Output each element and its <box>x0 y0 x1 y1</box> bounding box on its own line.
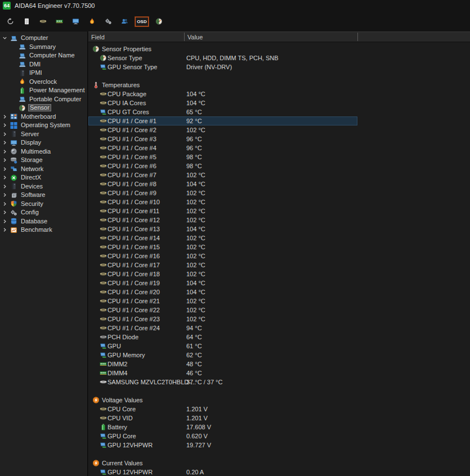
table-row-gpu-memory[interactable]: GPU Memory62 °C <box>88 351 357 360</box>
sidebar-item-motherboard[interactable]: Motherboard <box>0 113 87 122</box>
flame-button[interactable] <box>86 15 99 28</box>
table-row-cpu-1-core-9[interactable]: CPU #1 / Core #9102 °C <box>88 188 357 197</box>
table-row-cpu-1-core-13[interactable]: CPU #1 / Core #13104 °C <box>88 224 357 233</box>
table-row-dimm2[interactable]: DIMM248 °C <box>88 360 357 369</box>
table-row-cpu-1-core-19[interactable]: CPU #1 / Core #19104 °C <box>88 279 357 288</box>
sidebar-item-server[interactable]: Server <box>0 130 87 139</box>
table-row-dimm4[interactable]: DIMM446 °C <box>88 369 357 378</box>
chevron-right-icon[interactable] <box>2 157 8 163</box>
sidebar-item-config[interactable]: Config <box>0 208 87 217</box>
table-row-cpu-1-core-2[interactable]: CPU #1 / Core #2102 °C <box>88 125 357 134</box>
table-row-gpu-core[interactable]: GPU Core0.620 V <box>88 432 357 441</box>
table-row-cpu-1-core-14[interactable]: CPU #1 / Core #14102 °C <box>88 233 357 243</box>
chevron-right-icon[interactable] <box>2 218 8 224</box>
table-row-cpu-1-core-20[interactable]: CPU #1 / Core #20104 °C <box>88 288 357 297</box>
table-row-cpu-1-core-4[interactable]: CPU #1 / Core #496 °C <box>88 143 357 152</box>
table-row-gpu[interactable]: GPU61 °C <box>88 342 357 351</box>
column-header-field[interactable]: Field <box>88 32 184 42</box>
sidebar-item-power-management[interactable]: Power Management <box>0 86 87 95</box>
table-row-cpu-1-core-6[interactable]: CPU #1 / Core #698 °C <box>88 161 357 170</box>
section-header-voltage-values[interactable]: Voltage Values <box>88 396 357 405</box>
sidebar-item-benchmark[interactable]: Benchmark <box>0 226 87 235</box>
chevron-right-icon[interactable] <box>2 201 8 207</box>
table-row-cpu-1-core-10[interactable]: CPU #1 / Core #10102 °C <box>88 197 357 206</box>
sidebar-item-software[interactable]: Software <box>0 191 87 200</box>
gpu-monitor-button[interactable] <box>69 15 82 28</box>
table-row-cpu-1-core-15[interactable]: CPU #1 / Core #15102 °C <box>88 243 357 252</box>
sidebar-item-display[interactable]: Display <box>0 138 87 147</box>
table-row-cpu-1-core-24[interactable]: CPU #1 / Core #2494 °C <box>88 324 357 333</box>
sidebar-item-network[interactable]: Network <box>0 165 87 174</box>
table-row-gpu-12vhpwr[interactable]: GPU 12VHPWR19.727 V <box>88 441 357 450</box>
table-row-gpu-sensor-type[interactable]: GPU Sensor TypeDriver (NV-DRV) <box>88 62 357 71</box>
chevron-right-icon[interactable] <box>2 149 8 155</box>
chevron-right-icon[interactable] <box>2 140 8 146</box>
sidebar-item-summary[interactable]: Summary <box>0 43 87 52</box>
table-row-cpu-1-core-16[interactable]: CPU #1 / Core #16102 °C <box>88 252 357 261</box>
chevron-right-icon[interactable] <box>2 122 8 128</box>
osd-button[interactable]: OSD <box>135 15 149 28</box>
users-button[interactable] <box>118 15 131 28</box>
chevron-right-icon[interactable] <box>2 131 8 137</box>
report-document-button[interactable] <box>20 15 33 28</box>
sidebar-item-label: Sensor <box>28 104 51 111</box>
table-row-cpu-ia-cores[interactable]: CPU IA Cores104 °C <box>88 98 357 107</box>
table-row-cpu-1-core-3[interactable]: CPU #1 / Core #396 °C <box>88 134 357 143</box>
sidebar-item-ipmi[interactable]: IPMI <box>0 69 87 78</box>
section-header-current-values[interactable]: Current Values <box>88 459 357 468</box>
section-header-sensor-properties[interactable]: Sensor Properties <box>88 44 357 53</box>
sidebar-item-label: DirectX <box>20 174 42 181</box>
table-row-cpu-package[interactable]: CPU Package104 °C <box>88 89 357 98</box>
chevron-right-icon[interactable] <box>2 183 8 190</box>
sidebar-item-sensor[interactable]: Sensor <box>0 104 87 113</box>
sidebar-item-portable-computer[interactable]: Portable Computer <box>0 95 87 104</box>
table-row-cpu-1-core-7[interactable]: CPU #1 / Core #7102 °C <box>88 170 357 179</box>
table-row-cpu-core[interactable]: CPU Core1.201 V <box>88 405 357 414</box>
cpu-chip-button[interactable] <box>37 15 50 28</box>
table-row-samsung-mzvlc2t0hbld[interactable]: SAMSUNG MZVLC2T0HBLD-...37 °C / 37 °C <box>88 378 357 387</box>
chevron-right-icon[interactable] <box>2 227 8 233</box>
chevron-right-icon[interactable] <box>2 166 8 172</box>
sidebar-item-computer[interactable]: Computer <box>0 34 87 43</box>
chevron-right-icon[interactable] <box>2 114 8 120</box>
gear-settings-button[interactable] <box>102 15 115 28</box>
refresh-button[interactable] <box>4 15 17 28</box>
sidebar-item-dmi[interactable]: DMI <box>0 60 87 69</box>
section-header-temperatures[interactable]: Temperatures <box>88 80 357 89</box>
gauge-button[interactable] <box>153 15 165 28</box>
sidebar-item-security[interactable]: Security <box>0 200 87 209</box>
sidebar-item-overclock[interactable]: Overclock <box>0 78 87 87</box>
table-row-cpu-1-core-1[interactable]: CPU #1 / Core #192 °C <box>88 116 357 125</box>
chevron-right-icon[interactable] <box>2 192 8 198</box>
table-row-cpu-1-core-17[interactable]: CPU #1 / Core #17102 °C <box>88 261 357 270</box>
table-row-cpu-1-core-21[interactable]: CPU #1 / Core #21102 °C <box>88 297 357 306</box>
field-label: CPU #1 / Core #8 <box>108 181 156 187</box>
chevron-right-icon[interactable] <box>2 174 8 181</box>
table-row-battery[interactable]: Battery17.608 V <box>88 423 357 432</box>
memory-module-button[interactable] <box>53 15 66 28</box>
table-row-cpu-1-core-18[interactable]: CPU #1 / Core #18102 °C <box>88 270 357 279</box>
sidebar-item-computer-name[interactable]: Computer Name <box>0 51 87 60</box>
sidebar-item-operating-system[interactable]: Operating System <box>0 121 87 130</box>
table-row-cpu-1-core-22[interactable]: CPU #1 / Core #22102 °C <box>88 306 357 315</box>
table-row-pch-diode[interactable]: PCH Diode64 °C <box>88 333 357 342</box>
sidebar-item-devices[interactable]: Devices <box>0 182 87 191</box>
column-header-value[interactable]: Value <box>185 32 357 42</box>
sidebar-item-multimedia[interactable]: Multimedia <box>0 147 87 156</box>
tree-indent <box>10 79 16 85</box>
table-row-gpu-12vhpwr[interactable]: GPU 12VHPWR0.20 A <box>88 468 357 476</box>
table-row-cpu-gt-cores[interactable]: CPU GT Cores65 °C <box>88 107 357 116</box>
sidebar-item-storage[interactable]: Storage <box>0 156 87 165</box>
chevron-down-icon[interactable] <box>2 35 8 41</box>
table-row-cpu-1-core-5[interactable]: CPU #1 / Core #598 °C <box>88 152 357 161</box>
column-divider[interactable] <box>357 33 358 41</box>
table-row-cpu-vid[interactable]: CPU VID1.201 V <box>88 414 357 423</box>
table-row-cpu-1-core-23[interactable]: CPU #1 / Core #23102 °C <box>88 315 357 324</box>
sidebar-item-directx[interactable]: DirectX <box>0 173 87 182</box>
table-row-cpu-1-core-12[interactable]: CPU #1 / Core #12102 °C <box>88 215 357 224</box>
sidebar-item-database[interactable]: Database <box>0 217 87 226</box>
table-row-cpu-1-core-8[interactable]: CPU #1 / Core #8104 °C <box>88 179 357 188</box>
table-row-sensor-type[interactable]: Sensor TypeCPU, HDD, DIMM TS, PCH, SNB <box>88 53 357 62</box>
table-row-cpu-1-core-11[interactable]: CPU #1 / Core #11102 °C <box>88 206 357 215</box>
chevron-right-icon[interactable] <box>2 209 8 215</box>
